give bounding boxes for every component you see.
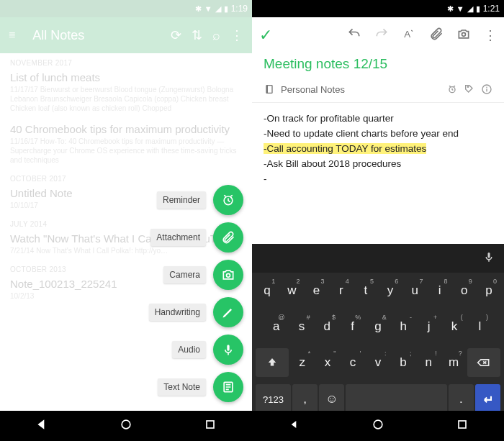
note-line: -Need to update client charts before yea… <box>264 127 492 142</box>
kb-row-2: a@s#d$f%g&h-j+k(l) <box>252 309 504 345</box>
key-k[interactable]: k( <box>442 312 466 341</box>
notebook-selector[interactable]: Personal Notes <box>252 79 504 103</box>
fab-handwriting[interactable]: Handwriting <box>149 297 243 327</box>
key-b[interactable]: b; <box>392 348 415 377</box>
key-e[interactable]: e3 <box>305 276 328 305</box>
key-v[interactable]: v: <box>366 348 390 377</box>
kb-row-3: z*x"c'v:b;n!m? <box>252 345 504 381</box>
fab-menu: Reminder Attachment Camera Handwriting A… <box>149 185 243 402</box>
fab-attachment[interactable]: Attachment <box>150 222 243 253</box>
key-u[interactable]: u7 <box>403 276 426 305</box>
key-r[interactable]: r4 <box>330 276 353 305</box>
key-space[interactable] <box>346 384 446 414</box>
key-shift[interactable] <box>256 348 289 377</box>
phone-right-note-editor: ✱ ▼ ◢ ▮ 1:21 ✓ A ⋮ Meeting notes 12/15 P… <box>252 0 504 441</box>
attach-icon[interactable] <box>429 27 444 44</box>
note-icon <box>213 372 243 402</box>
note-body[interactable]: -On track for profitable quarter -Need t… <box>252 103 504 196</box>
key-x[interactable]: x" <box>315 348 339 377</box>
home-icon[interactable] <box>371 417 385 435</box>
tag-icon[interactable] <box>464 83 475 95</box>
redo-icon[interactable] <box>374 27 389 44</box>
key-s[interactable]: s# <box>289 312 313 341</box>
mic-icon[interactable] <box>482 250 495 266</box>
editor-toolbar: ✓ A ⋮ <box>252 17 504 53</box>
recents-icon[interactable] <box>203 417 217 435</box>
svg-rect-2 <box>227 345 229 350</box>
svg-point-1 <box>227 273 230 277</box>
svg-rect-15 <box>488 253 490 258</box>
fab-label: Text Note <box>158 378 206 396</box>
alarm-icon <box>213 185 243 215</box>
suggestion-bar <box>252 244 504 273</box>
svg-rect-9 <box>266 86 268 94</box>
signal-icon: ◢ <box>467 4 473 14</box>
key-period[interactable]: . <box>449 384 474 414</box>
key-c[interactable]: c' <box>341 348 364 377</box>
key-y[interactable]: y6 <box>379 276 402 305</box>
svg-point-7 <box>462 32 466 36</box>
key-q[interactable]: q1 <box>256 276 279 305</box>
nav-bar <box>0 411 252 441</box>
pen-icon <box>213 297 243 327</box>
bluetooth-icon: ✱ <box>447 4 454 14</box>
clock: 1:21 <box>483 4 500 14</box>
fab-label: Attachment <box>150 229 206 246</box>
key-emoji[interactable]: ☺ <box>319 384 344 414</box>
key-w[interactable]: w2 <box>280 276 303 305</box>
key-z[interactable]: z* <box>290 348 314 377</box>
kb-row-1: q1w2e3r4t5y6u7i8o9p0 <box>252 273 504 309</box>
svg-rect-14 <box>486 88 487 91</box>
wifi-icon: ▼ <box>456 4 464 13</box>
notebook-icon <box>264 83 275 95</box>
fab-label: Reminder <box>157 191 206 209</box>
notebook-name: Personal Notes <box>281 84 345 95</box>
fab-reminder[interactable]: Reminder <box>157 185 243 215</box>
note-line: -Ask Bill about 2018 procedures <box>264 157 492 172</box>
key-h[interactable]: h- <box>392 312 415 341</box>
mic-icon <box>213 335 243 365</box>
key-p[interactable]: p0 <box>477 276 500 305</box>
reminder-icon[interactable] <box>446 83 458 95</box>
fab-audio[interactable]: Audio <box>172 335 243 365</box>
info-icon[interactable] <box>481 83 492 95</box>
back-icon[interactable] <box>35 417 49 435</box>
fab-label: Audio <box>172 341 206 358</box>
fab-camera[interactable]: Camera <box>163 260 243 290</box>
battery-icon: ▮ <box>476 4 480 14</box>
key-m[interactable]: m? <box>442 348 466 377</box>
key-symbols[interactable]: ?123 <box>256 384 291 414</box>
note-title-input[interactable]: Meeting notes 12/15 <box>252 53 504 79</box>
key-i[interactable]: i8 <box>428 276 451 305</box>
home-icon[interactable] <box>119 417 133 435</box>
undo-icon[interactable] <box>347 27 361 44</box>
key-backspace[interactable] <box>467 348 500 377</box>
key-comma[interactable]: , <box>292 384 318 414</box>
overflow-icon[interactable]: ⋮ <box>484 27 497 43</box>
camera-icon[interactable] <box>456 27 471 44</box>
done-icon[interactable]: ✓ <box>259 26 272 45</box>
key-a[interactable]: a@ <box>264 312 288 341</box>
key-d[interactable]: d$ <box>315 312 339 341</box>
key-t[interactable]: t5 <box>354 276 377 305</box>
svg-text:A: A <box>404 29 410 40</box>
format-icon[interactable]: A <box>402 27 416 44</box>
key-o[interactable]: o9 <box>453 276 476 305</box>
fab-label: Camera <box>163 266 206 283</box>
note-line: -Call accounting TODAY for estimates <box>264 142 492 157</box>
key-n[interactable]: n! <box>417 348 441 377</box>
note-line: - <box>264 172 492 187</box>
key-f[interactable]: f% <box>341 312 364 341</box>
svg-rect-5 <box>207 421 214 428</box>
recents-icon[interactable] <box>455 417 469 435</box>
key-l[interactable]: l) <box>468 312 492 341</box>
back-icon[interactable] <box>287 417 301 435</box>
keyboard: q1w2e3r4t5y6u7i8o9p0 a@s#d$f%g&h-j+k(l) … <box>252 244 504 411</box>
key-j[interactable]: j+ <box>417 312 441 341</box>
svg-point-16 <box>374 420 382 429</box>
key-enter[interactable] <box>475 384 500 414</box>
nav-bar <box>252 411 504 441</box>
fab-text-note[interactable]: Text Note <box>158 372 243 402</box>
key-g[interactable]: g& <box>366 312 390 341</box>
svg-point-11 <box>467 86 468 87</box>
